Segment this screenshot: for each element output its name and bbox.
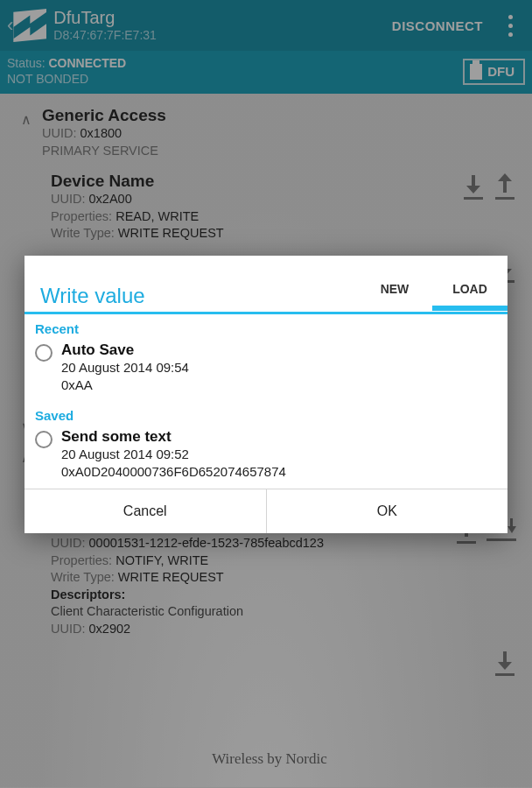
write-value-dialog: Write value NEW LOAD Recent Auto Save 20… bbox=[24, 256, 508, 533]
cancel-button[interactable]: Cancel bbox=[24, 489, 266, 533]
radio-icon[interactable] bbox=[35, 344, 52, 362]
modal-scrim[interactable]: Write value NEW LOAD Recent Auto Save 20… bbox=[0, 0, 532, 788]
radio-icon[interactable] bbox=[35, 431, 52, 448]
tab-new[interactable]: NEW bbox=[357, 271, 432, 308]
tab-load[interactable]: LOAD bbox=[432, 271, 508, 308]
entry-send-some-text[interactable]: Send some text 20 August 2014 09:52 0xA0… bbox=[24, 426, 508, 489]
section-recent: Recent bbox=[24, 314, 508, 340]
ok-button[interactable]: OK bbox=[266, 489, 508, 533]
entry-auto-save[interactable]: Auto Save 20 August 2014 09:54 0xAA bbox=[24, 340, 508, 402]
dialog-title: Write value bbox=[40, 284, 357, 308]
section-saved: Saved bbox=[24, 401, 508, 426]
